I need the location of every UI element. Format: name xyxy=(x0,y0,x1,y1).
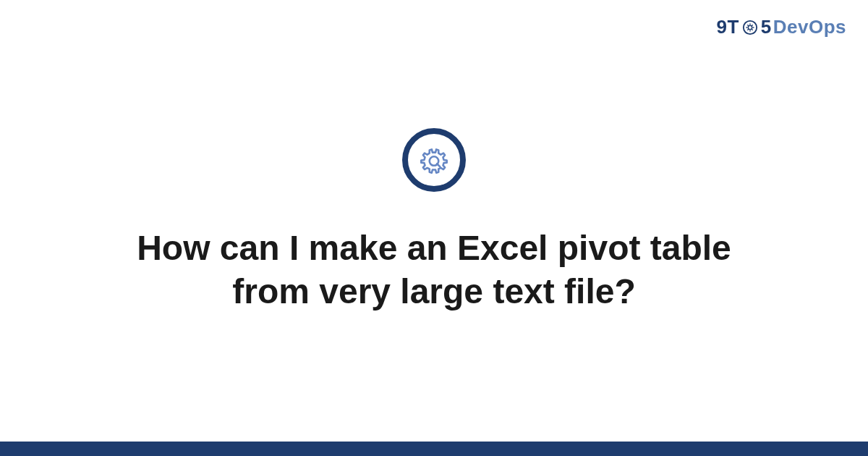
main-content: How can I make an Excel pivot table from… xyxy=(0,0,868,456)
footer-bar xyxy=(0,442,868,456)
center-gear-icon xyxy=(402,128,466,192)
page-title: How can I make an Excel pivot table from… xyxy=(101,227,767,313)
